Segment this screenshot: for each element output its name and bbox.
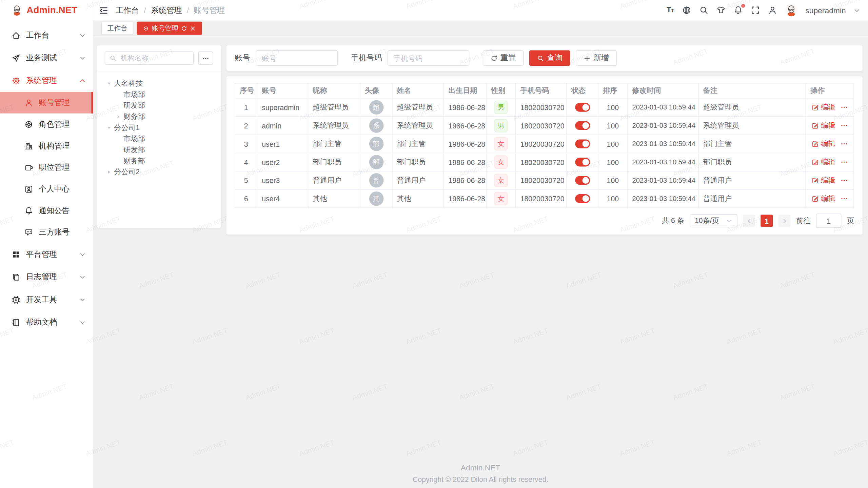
tree-node-label: 分公司2 xyxy=(114,167,139,177)
tab-account-management[interactable]: 账号管理 xyxy=(137,22,202,35)
sidebar-subitem-label: 个人中心 xyxy=(39,184,70,194)
column-header-nickname: 昵称 xyxy=(308,83,360,98)
language-icon[interactable] xyxy=(682,5,691,15)
cell-time: 2023-01-03 10:59:44 xyxy=(628,189,698,208)
tree-node[interactable]: 研发部 xyxy=(100,144,218,156)
cell-sort: 100 xyxy=(598,189,628,208)
edit-button[interactable]: 编辑 xyxy=(811,176,835,185)
more-actions-button[interactable] xyxy=(840,195,848,203)
tree-node[interactable]: 财务部 xyxy=(100,156,218,167)
notification-bell-icon[interactable] xyxy=(733,5,743,15)
status-toggle[interactable] xyxy=(575,140,590,148)
more-actions-button[interactable] xyxy=(840,122,848,129)
profile-icon xyxy=(24,184,33,193)
filter-panel: 账号 手机号码 重置 查询 xyxy=(226,45,863,71)
page-1-button[interactable]: 1 xyxy=(761,215,773,227)
status-toggle[interactable] xyxy=(575,121,590,130)
notification-badge xyxy=(741,4,745,7)
add-button[interactable]: 新增 xyxy=(576,50,617,66)
breadcrumb-item[interactable]: 工作台 xyxy=(116,5,139,15)
status-toggle[interactable] xyxy=(575,176,590,185)
next-page-button[interactable] xyxy=(778,215,791,227)
user-avatar[interactable] xyxy=(785,4,798,17)
sidebar-item-label: 帮助文档 xyxy=(26,317,57,327)
cell-birth: 1986-06-28 xyxy=(444,189,487,208)
edit-button[interactable]: 编辑 xyxy=(811,157,835,167)
cell-account: superadmin xyxy=(257,98,308,117)
fullscreen-icon[interactable] xyxy=(751,5,760,15)
tree-node[interactable]: 研发部 xyxy=(100,100,218,111)
sidebar-subitem-chat[interactable]: 三方账号 xyxy=(0,221,93,243)
sidebar-subitem-user[interactable]: 账号管理 xyxy=(0,92,93,114)
org-search-box[interactable] xyxy=(105,52,194,65)
search-icon[interactable] xyxy=(699,5,709,15)
prev-page-button[interactable] xyxy=(743,215,755,227)
sidebar-subitem-position[interactable]: 职位管理 xyxy=(0,157,93,178)
tab-workbench[interactable]: 工作台 xyxy=(101,22,134,35)
edit-button[interactable]: 编辑 xyxy=(811,139,835,149)
more-actions-button[interactable] xyxy=(840,177,848,184)
tree-node-label: 分公司1 xyxy=(114,123,139,133)
page-size-select[interactable]: 10条/页 xyxy=(690,214,737,227)
edit-button[interactable]: 编辑 xyxy=(811,102,835,112)
sidebar-item-home[interactable]: 工作台 xyxy=(0,24,93,46)
goto-page-input[interactable] xyxy=(816,214,842,228)
sidebar-subitem-label: 三方账号 xyxy=(39,227,70,237)
org-search-input[interactable] xyxy=(120,54,189,62)
sidebar-submenu: 账号管理角色管理机构管理职位管理个人中心通知公告三方账号 xyxy=(0,92,93,243)
account-filter-input[interactable] xyxy=(256,50,338,66)
sidebar-item-send[interactable]: 业务测试 xyxy=(0,46,93,69)
avatar: 部 xyxy=(369,155,383,169)
sidebar-item-logs[interactable]: 日志管理 xyxy=(0,266,93,288)
sidebar-subitem-role[interactable]: 角色管理 xyxy=(0,114,93,135)
cell-avatar: 普 xyxy=(360,171,392,189)
cell-account: user3 xyxy=(257,171,308,189)
tree-node[interactable]: 财务部 xyxy=(100,111,218,122)
cell-account: user1 xyxy=(257,135,308,153)
sidebar-subitem-bell[interactable]: 通知公告 xyxy=(0,200,93,221)
tree-node[interactable]: 市场部 xyxy=(100,89,218,100)
row-actions: 编辑 xyxy=(810,121,849,130)
query-button[interactable]: 查询 xyxy=(529,50,570,66)
user-menu-chevron-icon[interactable] xyxy=(854,7,861,14)
sidebar-item-gear[interactable]: 系统管理 xyxy=(0,69,93,92)
profile-icon[interactable] xyxy=(768,5,777,15)
tree-node[interactable]: 市场部 xyxy=(100,133,218,144)
cell-status xyxy=(567,135,598,153)
tree-node[interactable]: 大名科技 xyxy=(100,78,218,89)
reset-button[interactable]: 重置 xyxy=(483,50,524,66)
cell-seq: 4 xyxy=(235,153,257,171)
status-toggle[interactable] xyxy=(575,158,590,167)
cell-status xyxy=(567,117,598,135)
org-more-button[interactable] xyxy=(198,52,213,65)
font-size-icon[interactable]: TT xyxy=(667,5,674,16)
cell-gender: 女 xyxy=(486,171,516,189)
more-actions-button[interactable] xyxy=(840,140,848,148)
sidebar-subitem-org[interactable]: 机构管理 xyxy=(0,135,93,157)
status-toggle[interactable] xyxy=(575,195,590,203)
sidebar-subitem-profile[interactable]: 个人中心 xyxy=(0,178,93,200)
theme-shirt-icon[interactable] xyxy=(716,5,726,15)
sidebar-item-tools[interactable]: 开发工具 xyxy=(0,288,93,311)
tree-node[interactable]: 分公司1 xyxy=(100,122,218,134)
edit-icon xyxy=(811,140,818,147)
breadcrumb-item[interactable]: 系统管理 xyxy=(151,5,182,15)
tree-node[interactable]: 分公司2 xyxy=(100,166,218,178)
app-logo[interactable]: Admin.NET xyxy=(0,0,93,20)
more-actions-button[interactable] xyxy=(840,158,848,166)
tab-close-icon[interactable] xyxy=(190,25,196,31)
edit-button[interactable]: 编辑 xyxy=(811,121,835,130)
app-root: Admin.NET 工作台业务测试系统管理账号管理角色管理机构管理职位管理个人中… xyxy=(0,0,868,488)
more-actions-button[interactable] xyxy=(840,103,848,111)
edit-button[interactable]: 编辑 xyxy=(811,194,835,203)
status-toggle[interactable] xyxy=(575,103,590,112)
sidebar-item-docs[interactable]: 帮助文档 xyxy=(0,311,93,334)
cell-birth: 1986-06-28 xyxy=(444,117,487,135)
username[interactable]: superadmin xyxy=(805,6,846,15)
collapse-sidebar-icon[interactable] xyxy=(99,5,108,15)
table-row: 6user4其他其其他1986-06-28女180200307201002023… xyxy=(235,189,854,208)
active-dot-icon xyxy=(143,25,149,31)
tab-refresh-icon[interactable] xyxy=(181,25,187,31)
phone-filter-input[interactable] xyxy=(388,50,470,66)
sidebar-item-grid[interactable]: 平台管理 xyxy=(0,243,93,266)
